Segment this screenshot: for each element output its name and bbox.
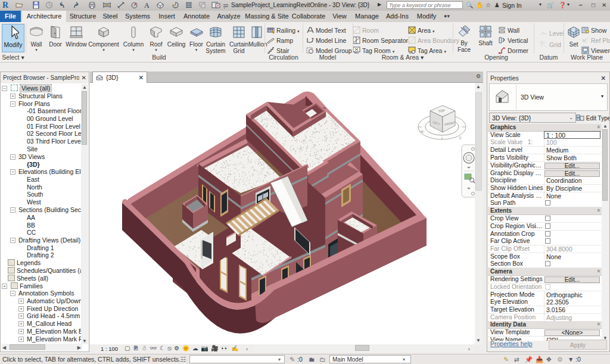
svg-text:S: S: [459, 136, 462, 140]
svg-text:A: A: [144, 1, 150, 9]
